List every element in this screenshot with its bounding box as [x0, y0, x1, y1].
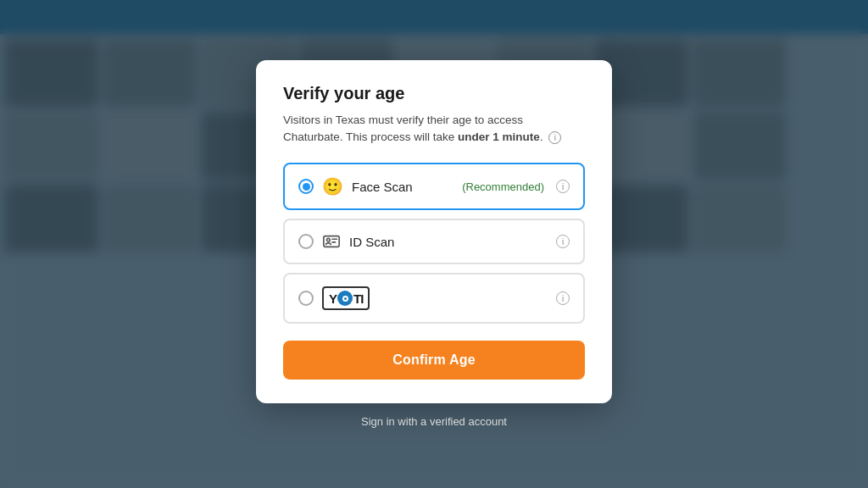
verification-options: 🙂 Face Scan (Recommended) i ID Scan i: [283, 163, 585, 324]
yoti-circle-inner: [342, 296, 348, 302]
yoti-circle: [337, 291, 353, 306]
radio-face-scan: [298, 179, 314, 194]
id-scan-info-icon[interactable]: i: [556, 235, 570, 248]
svg-rect-0: [324, 236, 339, 247]
svg-point-1: [327, 239, 331, 242]
id-scan-label: ID Scan: [349, 235, 548, 249]
sign-in-text: Sign in with a verified account: [361, 415, 507, 428]
modal-description: Visitors in Texas must verify their age …: [283, 112, 585, 147]
confirm-age-button[interactable]: Confirm Age: [283, 341, 585, 380]
option-yoti[interactable]: Y TI YOTI i: [283, 273, 585, 324]
modal-wrapper: Verify your age Visitors in Texas must v…: [0, 0, 868, 488]
yoti-y-letter: Y: [329, 291, 337, 306]
recommended-badge: (Recommended): [462, 180, 544, 193]
face-scan-info-icon[interactable]: i: [556, 180, 570, 193]
option-face-scan[interactable]: 🙂 Face Scan (Recommended) i: [283, 163, 585, 210]
id-scan-icon: [322, 232, 341, 251]
face-scan-icon: 🙂: [322, 176, 343, 197]
radio-id-scan: [298, 234, 314, 249]
yoti-info-icon[interactable]: i: [556, 291, 570, 305]
radio-yoti: [298, 291, 314, 306]
description-info-icon[interactable]: i: [548, 131, 561, 144]
option-id-scan[interactable]: ID Scan i: [283, 219, 585, 264]
desc-bold: under 1 minute: [458, 130, 540, 143]
yoti-ti-letters: TI: [353, 291, 363, 306]
face-scan-label: Face Scan: [352, 180, 453, 194]
age-verify-modal: Verify your age Visitors in Texas must v…: [256, 60, 612, 404]
modal-title: Verify your age: [283, 84, 585, 103]
desc-text-end: .: [540, 130, 543, 143]
yoti-logo: Y TI: [322, 286, 370, 310]
